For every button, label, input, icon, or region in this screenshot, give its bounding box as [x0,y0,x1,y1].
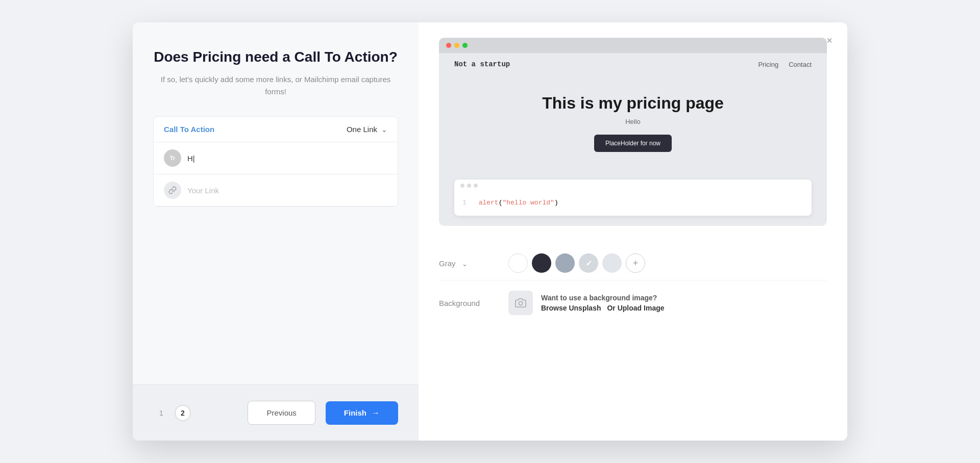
cta-label: Call To Action [164,125,214,134]
cta-header: Call To Action One Link ⌄ [154,117,398,142]
browser-dot-yellow [454,43,459,48]
link-input-row [154,174,398,207]
browser-content: Not a startup Pricing Contact This is my… [439,53,827,216]
previous-button[interactable]: Previous [248,401,315,425]
page-2-indicator: 2 [175,405,191,421]
modal: × Does Pricing need a Call To Action? If… [133,22,847,441]
swatch-medium[interactable] [555,253,575,273]
preview-brand: Not a startup [454,60,510,68]
preview-nav: Not a startup Pricing Contact [439,53,827,75]
preview-code-card: 1 alert("hello world") [454,179,812,216]
browse-unsplash-link[interactable]: Browse Unsplash [541,304,601,312]
preview-hero-subtitle: Hello [454,118,812,125]
swatch-white[interactable] [508,253,528,273]
code-string: "hello world" [502,199,554,207]
finish-label: Finish [344,408,366,417]
text-icon: Tr [164,149,181,167]
swatch-light-check[interactable]: ✓ [579,253,598,273]
code-card-bar [454,179,812,192]
cta-select[interactable]: One Link ⌄ [347,125,387,134]
preview-nav-links: Pricing Contact [758,61,812,68]
background-label: Background [439,299,500,307]
page-title: Does Pricing need a Call To Action? [153,48,398,66]
code-dot-1 [460,184,464,188]
left-content: Does Pricing need a Call To Action? If s… [133,22,419,384]
browser-dot-red [446,43,451,48]
color-label: Gray ⌄ [439,259,500,268]
cta-text-input[interactable] [187,154,387,163]
arrow-right-icon: → [372,408,380,418]
background-row: Background Want to use a background imag… [439,280,827,325]
svg-point-0 [519,301,522,305]
code-dot-2 [467,184,471,188]
color-chevron-icon: ⌄ [462,260,468,268]
background-text: Want to use a background image? Browse U… [541,294,827,312]
chevron-down-icon: ⌄ [381,125,387,134]
upload-image-link[interactable]: Or Upload Image [607,304,664,312]
preview-nav-pricing: Pricing [758,61,778,68]
background-question: Want to use a background image? [541,294,827,302]
preview-hero: This is my pricing page Hello PlaceHolde… [439,75,827,179]
right-panel: Not a startup Pricing Contact This is my… [419,22,847,441]
code-text: alert [479,199,499,207]
text-input-row: Tr [154,142,398,174]
page-1-indicator: 1 [153,405,169,421]
code-paren-close: ) [554,199,558,207]
code-dot-3 [474,184,478,188]
background-links: Browse Unsplash Or Upload Image [541,304,827,312]
browser-bar [439,38,827,53]
options-section: Gray ⌄ ✓ + [439,241,827,330]
color-row: Gray ⌄ ✓ + [439,246,827,280]
finish-button[interactable]: Finish → [326,401,398,425]
checkmark-icon: ✓ [585,259,592,268]
cta-select-text: One Link [347,125,377,134]
browser-dot-green [462,43,468,48]
left-panel: Does Pricing need a Call To Action? If s… [133,22,419,441]
close-button[interactable]: × [822,33,837,48]
link-icon [164,182,181,199]
page-indicators: 1 2 [153,405,191,421]
code-content: 1 alert("hello world") [454,192,812,216]
swatch-dark[interactable] [532,253,551,273]
swatch-lighter[interactable] [602,253,622,273]
browser-mockup: Not a startup Pricing Contact This is my… [439,38,827,226]
cta-card: Call To Action One Link ⌄ Tr [153,116,398,207]
text-icon-label: Tr [170,155,175,161]
preview-nav-contact: Contact [789,61,812,68]
preview-hero-title: This is my pricing page [454,94,812,113]
color-swatches: ✓ + [508,253,645,273]
plus-icon: + [633,258,639,269]
left-footer: 1 2 Previous Finish → [133,384,419,441]
cta-link-input[interactable] [187,186,387,195]
camera-icon [508,291,533,315]
swatch-add[interactable]: + [626,253,645,273]
page-subtitle: If so, let's quickly add some more links… [153,73,398,98]
code-line-number: 1 [462,199,467,207]
preview-cta-button: PlaceHolder for now [594,135,672,152]
